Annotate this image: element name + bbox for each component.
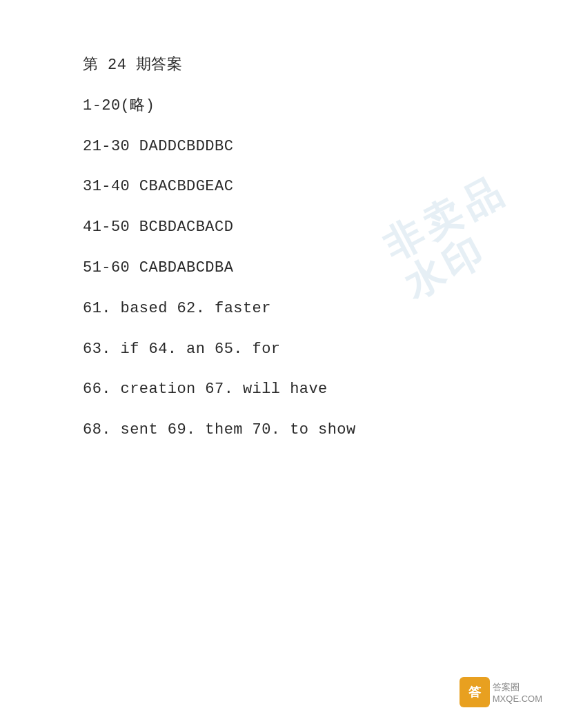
line-66-67: 66. creation 67. will have <box>83 379 480 401</box>
line-1-20: 1-20(略) <box>83 96 480 117</box>
page-content: 第 24 期答案 1-20(略) 21-30 DADDCBDDBC 31-40 … <box>0 0 563 516</box>
title-line: 第 24 期答案 <box>83 55 480 77</box>
logo-icon: 答 <box>460 677 490 707</box>
line-41-50: 41-50 BCBDACBACD <box>83 217 480 239</box>
line-51-60: 51-60 CABDABCDBA <box>83 258 480 279</box>
line-21-30: 21-30 DADDCBDDBC <box>83 136 480 158</box>
logo-text: 答案圈 MXQE.COM <box>493 681 542 704</box>
line-61-62: 61. based 62. faster <box>83 299 480 320</box>
bottom-logo: 答 答案圈 MXQE.COM <box>460 677 542 707</box>
line-63-65: 63. if 64. an 65. for <box>83 339 480 361</box>
logo-site-line2: MXQE.COM <box>493 694 542 704</box>
logo-site-line1: 答案圈 <box>493 681 542 694</box>
line-68-70: 68. sent 69. them 70. to show <box>83 420 480 441</box>
line-31-40: 31-40 CBACBDGEAC <box>83 176 480 198</box>
